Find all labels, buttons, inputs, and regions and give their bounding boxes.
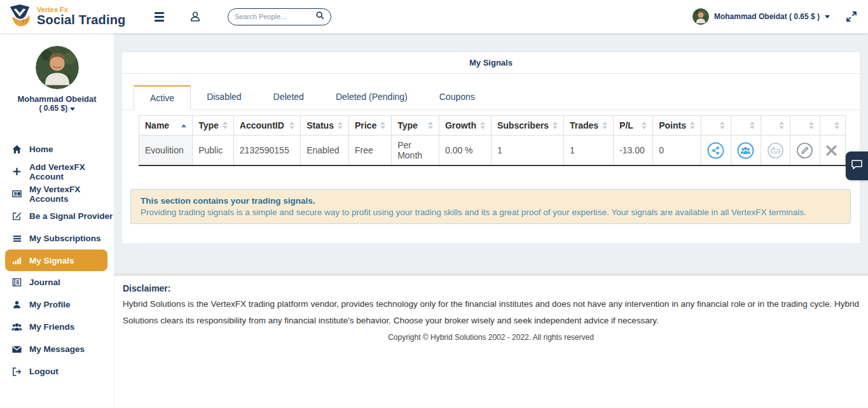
my-signals-panel: My Signals Active Disabled Deleted Delet… <box>122 52 860 243</box>
users-icon <box>11 323 22 332</box>
logout-icon <box>11 367 22 376</box>
col-growth[interactable]: Growth <box>439 116 491 136</box>
info-alert-body: Providing trading signals is a simple an… <box>141 208 841 217</box>
user-name-label: Mohammad Obeidat ( 0.65 $ ) <box>714 12 820 21</box>
col-price[interactable]: Price <box>348 116 391 136</box>
tab-active[interactable]: Active <box>134 85 191 110</box>
main-content: My Signals Active Disabled Deleted Delet… <box>114 33 868 274</box>
tab-disabled[interactable]: Disabled <box>191 85 257 109</box>
cell-trades: 1 <box>563 136 613 166</box>
menu-toggle-icon[interactable] <box>155 12 164 22</box>
tab-deleted[interactable]: Deleted <box>258 85 320 109</box>
search-input[interactable] <box>235 13 315 20</box>
journal-icon <box>11 278 22 287</box>
sort-icon <box>779 122 784 129</box>
sidebar-item-home[interactable]: Home <box>0 138 114 160</box>
sidebar: Mohammad Obeidat ( 0.65 $) Home Add Vert… <box>0 33 114 408</box>
sort-icon <box>750 122 755 129</box>
profile-balance[interactable]: ( 0.65 $) <box>0 104 114 113</box>
col-accountid[interactable]: AccountID <box>233 116 300 136</box>
col-action-coupon[interactable] <box>761 116 790 136</box>
disclaimer-title: Disclaimer: <box>123 283 859 293</box>
col-pl[interactable]: P/L <box>614 116 653 136</box>
col-subscribers[interactable]: Subscribers <box>491 116 563 136</box>
chat-bubble-icon <box>851 159 863 172</box>
col-type[interactable]: Type <box>193 116 234 136</box>
cell-status: Enabled <box>301 136 349 166</box>
col-action-delete[interactable] <box>820 116 845 136</box>
cell-subscribers: 1 <box>491 136 563 166</box>
copyright-text: Copyright © Hybrid Solutions 2002 - 2022… <box>123 333 859 342</box>
edit-square-icon <box>11 211 22 221</box>
sort-icon <box>223 122 228 129</box>
profile-avatar[interactable] <box>36 46 79 89</box>
home-icon <box>11 144 22 154</box>
sidebar-item-signal-provider[interactable]: Be a Signal Provider <box>0 205 114 227</box>
sidebar-item-add-account[interactable]: Add VertexFX Account <box>0 160 114 183</box>
cell-growth: 0.00 % <box>439 136 491 166</box>
panel-title: My Signals <box>122 52 860 74</box>
accounts-icon <box>11 189 22 199</box>
sidebar-item-journal[interactable]: Journal <box>0 271 114 293</box>
col-status[interactable]: Status <box>301 116 349 136</box>
sort-icon <box>289 122 294 129</box>
sidebar-item-my-friends[interactable]: My Friends <box>0 316 114 338</box>
sort-icon <box>602 122 607 129</box>
col-price-type[interactable]: Type <box>392 116 439 136</box>
svg-text:coupon: coupon <box>771 150 780 153</box>
footer: Disclaimer: Hybrid Solutions is the Vert… <box>114 274 868 408</box>
fullscreen-icon[interactable] <box>846 11 857 22</box>
col-trades[interactable]: Trades <box>563 116 613 136</box>
sidebar-nav: Home Add VertexFX Account My VertexFX Ac… <box>0 138 114 383</box>
plus-icon <box>11 167 22 176</box>
col-name[interactable]: Name <box>139 116 193 136</box>
sidebar-item-my-messages[interactable]: My Messages <box>0 338 114 360</box>
search-box <box>228 8 331 25</box>
col-points[interactable]: Points <box>653 116 701 136</box>
share-icon[interactable] <box>707 142 724 159</box>
cell-price: Free <box>348 136 391 166</box>
brand-logo-icon: ST <box>8 3 32 30</box>
coupon-icon[interactable]: coupon <box>767 142 784 159</box>
tab-deleted-pending[interactable]: Deleted (Pending) <box>320 85 424 109</box>
cell-points: 0 <box>653 136 701 166</box>
sort-icon <box>720 122 725 129</box>
sort-icon <box>380 122 385 129</box>
delete-icon[interactable] <box>826 145 837 156</box>
subscribers-icon[interactable] <box>737 142 754 159</box>
search-icon[interactable] <box>315 11 324 22</box>
chevron-down-icon <box>70 108 75 111</box>
info-alert: This section contains your trading signa… <box>130 189 851 224</box>
sort-icon <box>338 122 343 129</box>
chat-widget-button[interactable] <box>846 151 868 180</box>
envelope-icon <box>11 346 22 353</box>
edit-icon[interactable] <box>796 142 813 159</box>
sidebar-item-my-accounts[interactable]: My VertexFX Accounts <box>0 183 114 205</box>
user-menu[interactable]: Mohammad Obeidat ( 0.65 $ ) <box>692 8 830 25</box>
cell-pl: -13.00 <box>614 136 653 166</box>
sort-icon <box>809 122 814 129</box>
sort-icon <box>553 122 558 129</box>
col-action-edit[interactable] <box>790 116 820 136</box>
sort-icon <box>428 122 433 129</box>
tab-coupons[interactable]: Coupons <box>424 85 491 109</box>
cell-name: Evoulition <box>139 136 193 166</box>
sidebar-item-logout[interactable]: Logout <box>0 360 114 383</box>
sidebar-item-my-profile[interactable]: My Profile <box>0 293 114 316</box>
disclaimer-body: Hybrid Solutions is the VertexFX trading… <box>123 296 859 329</box>
col-action-subscribers[interactable] <box>731 116 761 136</box>
sort-icon <box>642 122 647 129</box>
user-icon <box>11 300 22 309</box>
user-avatar <box>692 8 709 25</box>
col-action-share[interactable] <box>701 116 731 136</box>
cell-accountid: 2132590155 <box>233 136 300 166</box>
sort-icon <box>834 122 839 129</box>
svg-text:ST: ST <box>22 18 29 24</box>
sidebar-item-subscriptions[interactable]: My Subscriptions <box>0 227 114 250</box>
info-alert-title: This section contains your trading signa… <box>141 196 841 206</box>
brand-logo[interactable]: ST Vertex Fx Social Trading <box>0 3 130 30</box>
people-icon[interactable] <box>189 11 201 22</box>
cell-price-type: Per Month <box>392 136 439 166</box>
list-icon <box>11 234 22 243</box>
sidebar-item-my-signals[interactable]: My Signals <box>5 250 107 271</box>
